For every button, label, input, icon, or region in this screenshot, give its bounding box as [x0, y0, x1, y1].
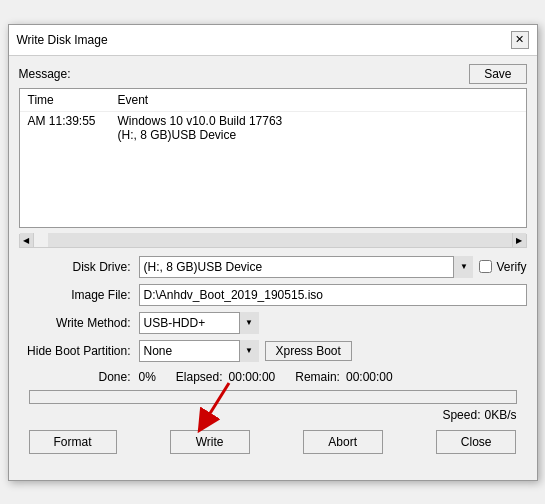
speed-value: 0KB/s	[484, 408, 516, 422]
save-button[interactable]: Save	[469, 64, 526, 84]
disk-drive-control: (H:, 8 GB)USB Device ▼ Verify	[139, 256, 527, 278]
disk-drive-row: Disk Drive: (H:, 8 GB)USB Device ▼ Verif…	[19, 256, 527, 278]
main-window: Write Disk Image ✕ Message: Save Time Ev…	[8, 24, 538, 481]
write-method-label: Write Method:	[19, 316, 139, 330]
message-header: Message: Save	[19, 64, 527, 84]
speed-row: Speed: 0KB/s	[19, 408, 527, 422]
title-bar: Write Disk Image ✕	[9, 25, 537, 56]
log-event-value: Windows 10 v10.0 Build 17763 (H:, 8 GB)U…	[118, 114, 283, 142]
horizontal-scrollbar[interactable]: ◀ ▶	[19, 234, 527, 248]
image-file-row: Image File:	[19, 284, 527, 306]
log-time-header: Time	[28, 93, 118, 107]
image-file-label: Image File:	[19, 288, 139, 302]
hide-boot-row: Hide Boot Partition: None ▼ Xpress Boot	[19, 340, 527, 362]
log-event-header: Event	[118, 93, 149, 107]
write-method-row: Write Method: USB-HDD+ ▼	[19, 312, 527, 334]
log-time-value: AM 11:39:55	[28, 114, 118, 142]
progress-bar-container	[19, 388, 527, 406]
remain-label: Remain:	[295, 370, 340, 384]
scroll-left-button[interactable]: ◀	[20, 233, 34, 247]
content-area: Message: Save Time Event AM 11:39:55 Win…	[9, 56, 537, 470]
scroll-right-button[interactable]: ▶	[512, 233, 526, 247]
message-label: Message:	[19, 67, 71, 81]
verify-checkbox-wrap: Verify	[479, 260, 526, 274]
button-row: Format Write Abort Close	[19, 426, 527, 462]
image-file-input[interactable]	[139, 284, 527, 306]
elapsed-value: 00:00:00	[229, 370, 276, 384]
hide-boot-select-wrap: None ▼	[139, 340, 259, 362]
verify-checkbox[interactable]	[479, 260, 492, 273]
remain-value: 00:00:00	[346, 370, 393, 384]
close-window-button[interactable]: ✕	[511, 31, 529, 49]
write-method-select[interactable]: USB-HDD+	[139, 312, 259, 334]
hide-boot-control: None ▼ Xpress Boot	[139, 340, 527, 362]
log-row: AM 11:39:55 Windows 10 v10.0 Build 17763…	[20, 112, 526, 144]
close-button[interactable]: Close	[436, 430, 517, 454]
abort-button[interactable]: Abort	[303, 430, 383, 454]
scroll-track[interactable]	[48, 233, 512, 247]
window-title: Write Disk Image	[17, 33, 108, 47]
log-header: Time Event	[20, 89, 526, 112]
done-value: 0%	[139, 370, 156, 384]
arrow-indicator	[174, 378, 244, 436]
verify-label: Verify	[496, 260, 526, 274]
hide-boot-select[interactable]: None	[139, 340, 259, 362]
xpress-boot-button[interactable]: Xpress Boot	[265, 341, 352, 361]
image-file-control	[139, 284, 527, 306]
done-label: Done:	[19, 370, 139, 384]
write-method-select-wrap: USB-HDD+ ▼	[139, 312, 259, 334]
write-button[interactable]: Write	[170, 430, 250, 454]
format-button[interactable]: Format	[29, 430, 117, 454]
speed-label: Speed:	[442, 408, 480, 422]
log-area: Time Event AM 11:39:55 Windows 10 v10.0 …	[19, 88, 527, 228]
disk-drive-select[interactable]: (H:, 8 GB)USB Device	[139, 256, 474, 278]
disk-drive-select-wrap: (H:, 8 GB)USB Device ▼	[139, 256, 474, 278]
hide-boot-label: Hide Boot Partition:	[19, 344, 139, 358]
disk-drive-label: Disk Drive:	[19, 260, 139, 274]
elapsed-label: Elapsed:	[176, 370, 223, 384]
progress-bar	[29, 390, 517, 404]
write-method-control: USB-HDD+ ▼	[139, 312, 527, 334]
progress-row: Done: 0% Elapsed: 00:00:00 Remain: 00:00…	[19, 368, 527, 386]
